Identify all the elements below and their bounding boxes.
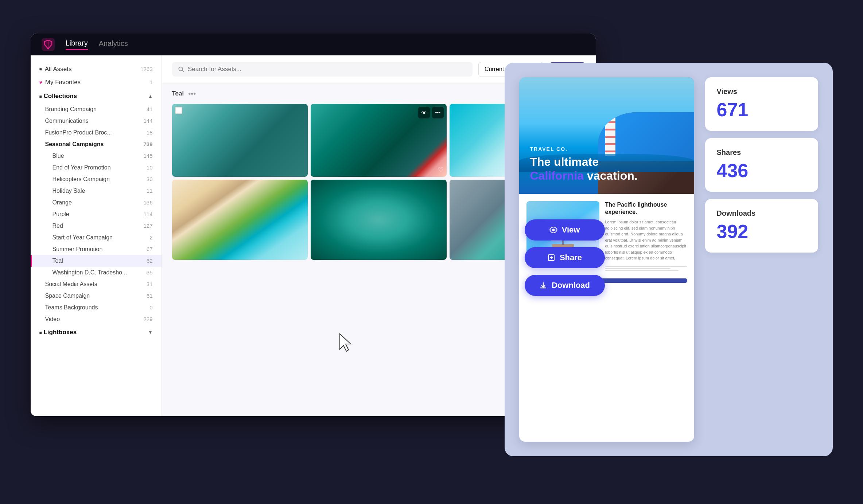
image-eye-btn[interactable]: 👁 <box>418 107 430 118</box>
image-overlay-2: 👁 ••• <box>418 107 444 118</box>
right-panel: TRAVEL CO. The ultimate California vacat… <box>505 63 833 456</box>
search-input[interactable] <box>188 66 467 73</box>
downloads-label: Downloads <box>717 209 806 218</box>
image-more-btn[interactable]: ••• <box>432 107 444 118</box>
downloads-card: Downloads 392 <box>705 199 818 253</box>
image-cell-5[interactable] <box>311 180 447 260</box>
sidebar: ■ All Assets 1263 ♥ My Favorites 1 <box>31 55 162 416</box>
travel-hero: TRAVEL CO. The ultimate California vacat… <box>519 77 694 194</box>
top-nav: Library Analytics <box>31 34 596 55</box>
sidebar-seasonal-campaigns[interactable]: Seasonal Campaigns 739 <box>31 138 162 150</box>
travel-body: Lorem ipsum dolor sit amet, consectetur … <box>605 219 687 261</box>
sidebar-communications[interactable]: Communications 144 <box>31 115 162 127</box>
shares-value: 436 <box>717 160 806 181</box>
svg-point-2 <box>552 228 555 231</box>
sidebar-red[interactable]: Red 127 <box>31 220 162 232</box>
downloads-value: 392 <box>717 220 806 242</box>
sidebar-end-of-year[interactable]: End of Year Promotion 10 <box>31 162 162 173</box>
nav-analytics[interactable]: Analytics <box>99 39 128 49</box>
image-heart-2[interactable]: ♡ <box>438 166 444 174</box>
share-icon <box>547 254 555 262</box>
sidebar-teal[interactable]: Teal 62 <box>31 255 162 267</box>
collections-chevron: ▲ <box>148 94 153 99</box>
travel-text-block: The Pacific lighthouse experience. Lorem… <box>605 201 687 271</box>
image-cell-4[interactable] <box>172 180 308 260</box>
views-value: 671 <box>717 99 806 121</box>
image-checkbox-1[interactable] <box>175 107 182 114</box>
sidebar-summer-promotion[interactable]: Summer Promotion 67 <box>31 243 162 255</box>
travel-headline: The ultimate California vacation. <box>530 155 683 183</box>
view-button[interactable]: View <box>525 219 605 241</box>
share-button[interactable]: Share <box>525 247 605 268</box>
sidebar-purple[interactable]: Purple 114 <box>31 208 162 220</box>
download-icon <box>539 281 547 289</box>
sidebar-orange[interactable]: Orange 136 <box>31 197 162 208</box>
image-cell-1[interactable] <box>172 104 308 177</box>
sidebar-teams-backgrounds[interactable]: Teams Backgrounds 0 <box>31 302 162 313</box>
views-label: Views <box>717 87 806 96</box>
sidebar-space-campaign[interactable]: Space Campaign 61 <box>31 290 162 302</box>
sidebar-blue[interactable]: Blue 145 <box>31 150 162 162</box>
sidebar-my-favorites[interactable]: ♥ My Favorites 1 <box>31 76 162 89</box>
stats-panel: Views 671 Shares 436 Downloads 392 <box>705 77 818 442</box>
travel-subheadline: The Pacific lighthouse experience. <box>605 201 687 216</box>
sidebar-start-of-year[interactable]: Start of Year Campaign 2 <box>31 232 162 243</box>
travel-lines <box>605 266 687 271</box>
eye-icon <box>549 226 557 234</box>
nav-library[interactable]: Library <box>66 39 88 50</box>
search-bar[interactable] <box>172 62 473 77</box>
tag-label: Teal <box>172 90 184 97</box>
sidebar-fusionpro[interactable]: FusionPro Product Broc... 18 <box>31 127 162 138</box>
sidebar-all-assets[interactable]: ■ All Assets 1263 <box>31 63 162 76</box>
sidebar-washington[interactable]: Washington D.C. Tradesho... 35 <box>31 267 162 278</box>
download-button[interactable]: Download <box>525 275 605 296</box>
sidebar-holiday-sale[interactable]: Holiday Sale 11 <box>31 185 162 197</box>
logo-icon <box>42 38 55 51</box>
sidebar-collections-header[interactable]: ■ Collections ▲ <box>31 89 162 103</box>
sidebar-branding-campaign[interactable]: Branding Campaign 41 <box>31 103 162 115</box>
sidebar-lightboxes-header[interactable]: ■ Lightboxes ▼ <box>31 325 162 340</box>
sidebar-helicopters[interactable]: Helicopters Campaign 30 <box>31 173 162 185</box>
image-cell-2[interactable]: 👁 ••• ♡ <box>311 104 447 177</box>
sidebar-social-media[interactable]: Social Media Assets 31 <box>31 278 162 290</box>
lightboxes-chevron: ▼ <box>148 330 153 335</box>
travel-brand: TRAVEL CO. <box>530 146 683 152</box>
sidebar-video[interactable]: Video 229 <box>31 313 162 325</box>
travel-hero-text: TRAVEL CO. The ultimate California vacat… <box>530 146 683 183</box>
shares-card: Shares 436 <box>705 138 818 192</box>
shares-label: Shares <box>717 148 806 157</box>
views-card: Views 671 <box>705 77 818 131</box>
search-icon <box>178 66 184 73</box>
tag-options[interactable]: ••• <box>188 90 196 98</box>
